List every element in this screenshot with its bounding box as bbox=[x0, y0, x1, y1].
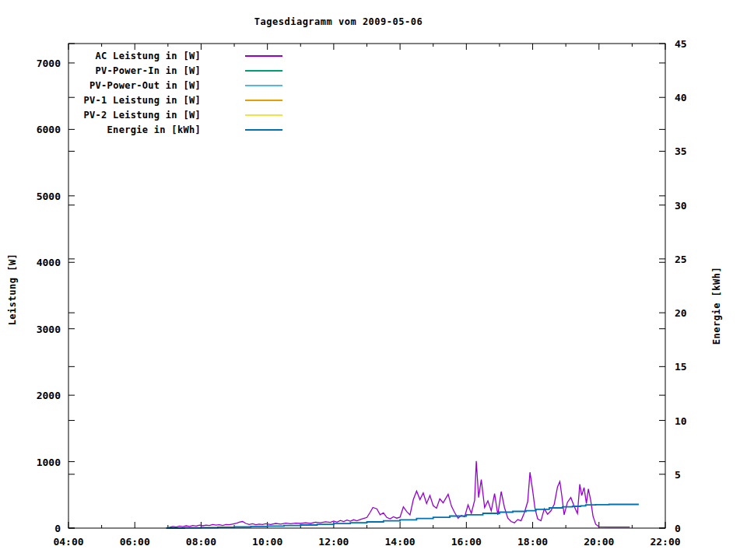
legend-item-pv1-leistung: PV-1 Leistung in [W] bbox=[68, 93, 282, 107]
y-axis-title: Leistung [W] bbox=[7, 254, 18, 326]
y-tick-label: 0 bbox=[54, 523, 61, 534]
y2-axis-title: Energie [kWh] bbox=[711, 267, 722, 345]
y2-tick-label: 5 bbox=[675, 469, 681, 481]
legend-line-swatch bbox=[245, 55, 282, 57]
x-tick-label: 08:00 bbox=[186, 536, 216, 548]
y-tick-label: 7000 bbox=[37, 58, 61, 69]
y2-tick-label: 20 bbox=[675, 307, 687, 319]
legend-item-ac-leistung: AC Leistung in [W] bbox=[68, 48, 282, 63]
series-line-ac-leistung-in-w bbox=[167, 461, 630, 528]
y-tick-label: 6000 bbox=[37, 124, 61, 135]
legend-item-energie: Energie in [kWh] bbox=[68, 122, 282, 137]
y2-tick-label: 25 bbox=[675, 254, 687, 265]
legend-label: PV-Power-Out in [W] bbox=[68, 80, 201, 91]
legend-item-pv-power-in: PV-Power-In in [W] bbox=[68, 63, 282, 78]
legend-line-swatch bbox=[245, 114, 282, 116]
legend-label: Energie in [kWh] bbox=[68, 124, 201, 135]
legend-label: PV-2 Leistung in [W] bbox=[68, 110, 201, 121]
y2-tick-label: 0 bbox=[675, 523, 681, 534]
chart-title: Tagesdiagramm vom 2009-05-06 bbox=[39, 16, 638, 27]
legend-line-swatch bbox=[245, 100, 282, 101]
y-tick-label: 2000 bbox=[37, 390, 61, 401]
x-tick-label: 22:00 bbox=[650, 536, 680, 548]
legend-item-pv2-leistung: PV-2 Leistung in [W] bbox=[68, 107, 282, 122]
legend-line-swatch bbox=[245, 70, 282, 72]
y2-tick-label: 35 bbox=[675, 145, 687, 157]
legend: AC Leistung in [W] PV-Power-In in [W] PV… bbox=[68, 48, 282, 137]
x-tick-label: 12:00 bbox=[318, 536, 349, 548]
y2-tick-label: 15 bbox=[675, 361, 687, 373]
x-tick-label: 18:00 bbox=[517, 536, 548, 548]
x-tick-label: 14:00 bbox=[385, 536, 416, 548]
y2-tick-label: 10 bbox=[675, 415, 687, 427]
y-tick-label: 5000 bbox=[37, 191, 61, 202]
y2-tick-label: 45 bbox=[675, 38, 687, 50]
legend-label: PV-1 Leistung in [W] bbox=[68, 95, 201, 106]
legend-label: AC Leistung in [W] bbox=[68, 51, 201, 61]
x-tick-label: 06:00 bbox=[120, 536, 150, 548]
y-tick-label: 3000 bbox=[37, 324, 61, 335]
legend-label: PV-Power-In in [W] bbox=[68, 65, 201, 76]
legend-item-pv-power-out: PV-Power-Out in [W] bbox=[68, 78, 282, 93]
x-tick-label: 04:00 bbox=[53, 536, 83, 548]
y-tick-label: 4000 bbox=[37, 257, 61, 268]
x-tick-label: 10:00 bbox=[252, 536, 282, 548]
x-tick-label: 20:00 bbox=[584, 536, 614, 548]
legend-line-swatch bbox=[245, 85, 282, 86]
y2-tick-label: 40 bbox=[675, 92, 687, 103]
y-tick-label: 1000 bbox=[37, 457, 61, 468]
x-tick-label: 16:00 bbox=[451, 536, 482, 548]
y2-tick-label: 30 bbox=[675, 200, 687, 212]
gnuplot-chart-window: 04:0006:0008:0010:0012:0014:0016:0018:00… bbox=[0, 0, 747, 560]
legend-line-swatch bbox=[245, 129, 282, 131]
